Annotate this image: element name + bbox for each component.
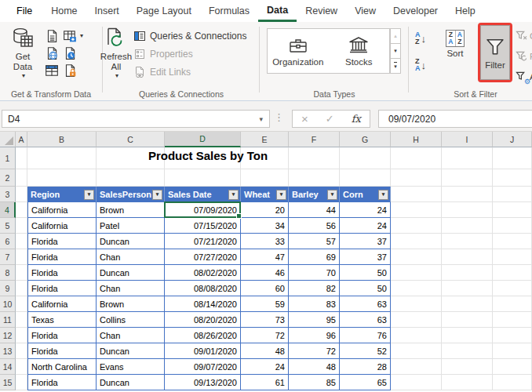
wheat-cell[interactable]: 48 [241, 343, 289, 359]
empty-cell[interactable] [391, 234, 442, 249]
wheat-cell[interactable]: 59 [241, 296, 289, 312]
corn-cell[interactable]: 65 [340, 375, 391, 390]
from-picture-icon[interactable] [63, 29, 77, 43]
column-header-f[interactable]: F [289, 132, 340, 147]
empty-cell[interactable] [442, 147, 493, 169]
region-cell[interactable]: Florida [27, 281, 97, 296]
tab-file[interactable]: File [6, 0, 42, 22]
empty-cell[interactable] [391, 359, 442, 375]
barley-cell[interactable]: 57 [289, 234, 340, 249]
empty-cell[interactable] [16, 265, 27, 281]
empty-cell[interactable] [442, 359, 493, 375]
empty-cell[interactable] [493, 187, 532, 202]
empty-cell[interactable] [442, 281, 493, 296]
salesperson-cell[interactable]: Duncan [97, 375, 165, 390]
column-header-j[interactable]: J [493, 132, 532, 147]
wheat-cell[interactable]: 73 [241, 312, 289, 328]
cancel-icon[interactable]: × [301, 112, 308, 125]
filter-button[interactable]: Filter [480, 25, 510, 80]
barley-cell[interactable]: 96 [289, 328, 340, 343]
corn-cell[interactable]: 37 [340, 249, 391, 265]
gallery-scroll-up-button[interactable]: ▴ [390, 28, 401, 44]
row-header-12[interactable]: 12 [0, 328, 16, 343]
row-header-9[interactable]: 9 [0, 281, 16, 296]
empty-cell[interactable] [391, 281, 442, 296]
empty-cell[interactable] [391, 296, 442, 312]
row-header-14[interactable]: 14 [0, 359, 16, 375]
header-cell-salesperson[interactable]: SalesPerson▾ [97, 187, 165, 202]
column-header-h[interactable]: H [391, 132, 442, 147]
filter-dropdown-button[interactable]: ▾ [152, 190, 162, 200]
wheat-cell[interactable]: 20 [241, 202, 289, 218]
sales-date-cell[interactable]: 09/01/2020 [165, 343, 241, 359]
salesperson-cell[interactable]: Chan [97, 249, 165, 265]
column-header-i[interactable]: I [442, 132, 493, 147]
data-type-stocks[interactable]: Stocks [329, 29, 390, 73]
empty-cell[interactable] [16, 169, 27, 187]
salesperson-cell[interactable]: Collins [97, 312, 165, 328]
empty-cell[interactable] [16, 147, 27, 169]
empty-cell[interactable] [391, 218, 442, 234]
gallery-scroll-down-button[interactable]: ▾ [390, 44, 401, 59]
barley-cell[interactable]: 82 [289, 281, 340, 296]
empty-cell[interactable] [493, 147, 532, 169]
empty-cell[interactable] [97, 169, 165, 187]
empty-cell[interactable] [442, 202, 493, 218]
tab-page-layout[interactable]: Page Layout [128, 0, 200, 22]
corn-cell[interactable]: 24 [340, 218, 391, 234]
empty-cell[interactable] [391, 265, 442, 281]
region-cell[interactable]: Florida [27, 343, 97, 359]
barley-cell[interactable]: 44 [289, 202, 340, 218]
empty-cell[interactable] [241, 169, 289, 187]
empty-cell[interactable] [391, 328, 442, 343]
row-header-4[interactable]: 4 [0, 202, 16, 218]
row-header-1[interactable]: 1 [0, 147, 16, 169]
wheat-cell[interactable]: 34 [241, 218, 289, 234]
sales-date-cell[interactable]: 07/27/2020 [165, 249, 241, 265]
empty-cell[interactable] [391, 312, 442, 328]
row-header-5[interactable]: 5 [0, 218, 16, 234]
empty-cell[interactable] [493, 281, 532, 296]
column-header-d[interactable]: D [165, 132, 241, 147]
wheat-cell[interactable]: 46 [241, 265, 289, 281]
empty-cell[interactable] [289, 169, 340, 187]
existing-connections-icon[interactable] [63, 64, 77, 78]
empty-cell[interactable] [391, 375, 442, 390]
empty-cell[interactable] [493, 249, 532, 265]
empty-cell[interactable] [442, 312, 493, 328]
corn-cell[interactable]: 63 [340, 296, 391, 312]
empty-cell[interactable] [493, 202, 532, 218]
empty-cell[interactable] [16, 234, 27, 249]
salesperson-cell[interactable]: Patel [97, 218, 165, 234]
barley-cell[interactable]: 70 [289, 265, 340, 281]
row-header-10[interactable]: 10 [0, 296, 16, 312]
barley-cell[interactable]: 69 [289, 249, 340, 265]
sort-button[interactable]: ZA AZ Sort [438, 30, 472, 59]
tab-developer[interactable]: Developer [384, 0, 446, 22]
empty-cell[interactable] [493, 359, 532, 375]
wheat-cell[interactable]: 24 [241, 359, 289, 375]
corn-cell[interactable]: 76 [340, 328, 391, 343]
row-header-11[interactable]: 11 [0, 312, 16, 328]
tab-help[interactable]: Help [446, 0, 484, 22]
sales-date-cell[interactable]: 08/02/2020 [165, 265, 241, 281]
empty-cell[interactable] [16, 359, 27, 375]
empty-cell[interactable] [442, 187, 493, 202]
filter-dropdown-button[interactable]: ▾ [84, 190, 94, 200]
active-cell-selection[interactable] [164, 201, 241, 218]
empty-cell[interactable] [442, 343, 493, 359]
chevron-down-icon[interactable]: ▾ [80, 32, 83, 39]
gallery-more-button[interactable]: ▾ [390, 59, 401, 74]
empty-cell[interactable] [16, 218, 27, 234]
corn-cell[interactable]: 50 [340, 281, 391, 296]
sort-z-to-a-button[interactable]: ZA ↓ [415, 58, 426, 72]
column-header-e[interactable]: E [241, 132, 289, 147]
enter-icon[interactable]: ✓ [326, 113, 334, 125]
tab-review[interactable]: Review [297, 0, 346, 22]
select-all-button[interactable] [0, 132, 16, 147]
salesperson-cell[interactable]: Duncan [97, 343, 165, 359]
insert-function-icon[interactable]: fx [352, 113, 361, 125]
empty-cell[interactable] [493, 169, 532, 187]
empty-cell[interactable] [16, 281, 27, 296]
empty-cell[interactable] [442, 169, 493, 187]
